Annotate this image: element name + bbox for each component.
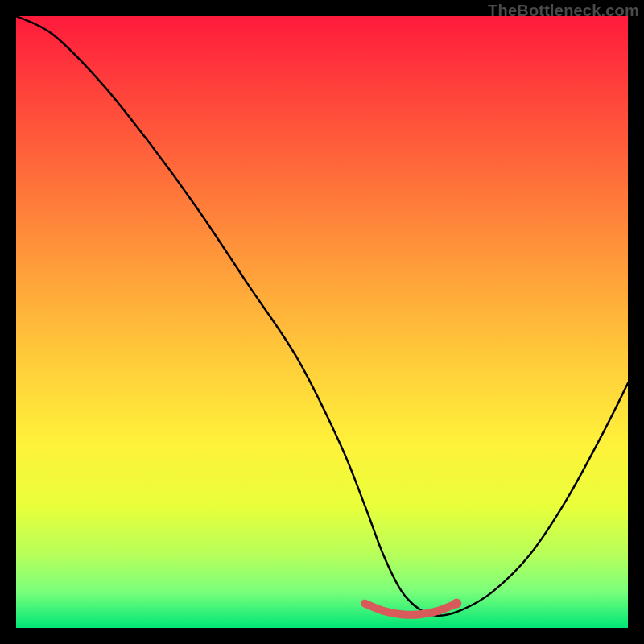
bottleneck-curve [16,16,628,616]
plot-area [16,16,628,628]
valley-end-dot [452,599,461,609]
chart-frame: TheBottleneck.com [0,0,644,644]
curve-layer [16,16,628,628]
valley-marker [365,604,456,615]
